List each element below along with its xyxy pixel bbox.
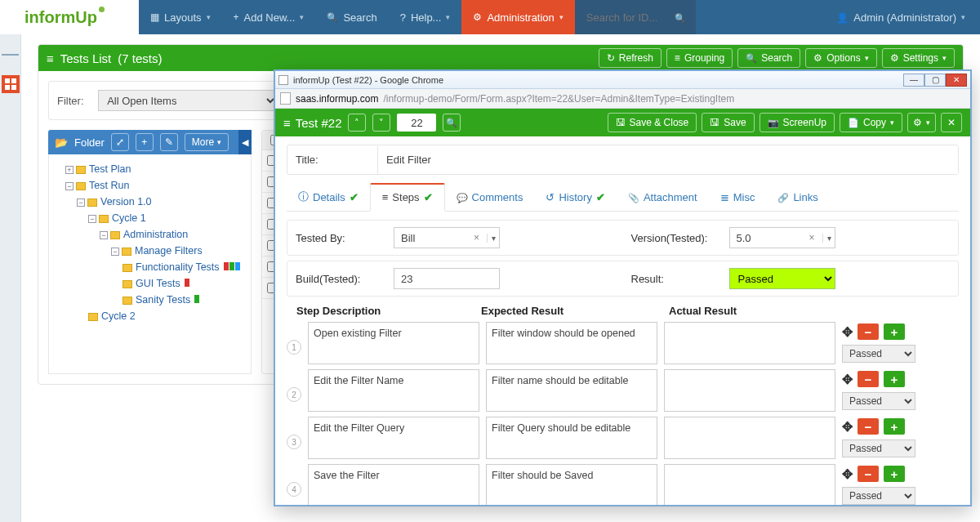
nav-user-menu[interactable]: Admin (Administrator)▾ — [822, 11, 980, 24]
tab-attachment[interactable]: Attachment — [617, 183, 709, 211]
window-close-button[interactable]: ✕ — [946, 74, 967, 87]
move-icon[interactable]: ✥ — [842, 466, 853, 482]
filter-select[interactable]: All Open Items — [98, 90, 278, 111]
tree-node[interactable]: Functionality Tests — [122, 259, 246, 275]
tab-history[interactable]: History✔ — [534, 183, 616, 211]
folder-more-button[interactable]: More▾ — [185, 133, 229, 151]
step-actual-input[interactable] — [664, 417, 835, 459]
folder-collapse-button[interactable]: ◀ — [238, 130, 252, 154]
top-search-input[interactable] — [585, 11, 658, 25]
folder-expand-button[interactable] — [111, 133, 129, 151]
chevron-down-icon[interactable]: ▾ — [822, 234, 831, 243]
url-host: saas.informup.com — [296, 93, 378, 105]
window-minimize-button[interactable]: — — [903, 74, 924, 87]
step-description-input[interactable]: Edit the Filter Name — [308, 369, 479, 412]
copy-button[interactable]: Copy▾ — [840, 113, 902, 132]
tree-node[interactable]: −Test Run −Version 1.0 −Cycle 1 −Adminis… — [65, 177, 246, 324]
result-select[interactable]: Passed — [729, 268, 835, 289]
step-result-select[interactable]: Passed — [842, 345, 915, 363]
item-id-input[interactable] — [397, 114, 436, 132]
go-to-item-button[interactable] — [443, 114, 461, 132]
step-expected-input[interactable]: Filter Query should be editable — [486, 417, 657, 459]
tree-node[interactable]: −Administration −Manage Filters Function… — [100, 226, 246, 308]
item-close-button[interactable] — [941, 113, 962, 132]
step-expected-input[interactable]: Filter should be Saved — [486, 464, 657, 505]
expand-icon[interactable]: + — [65, 166, 74, 174]
nav-help[interactable]: ?Help...▾ — [389, 0, 462, 34]
save-close-button[interactable]: Save & Close — [608, 113, 697, 132]
url-bar[interactable]: saas.informup.com/informup-demo/Form/For… — [275, 89, 970, 109]
nav-add-new[interactable]: Add New...▾ — [222, 0, 316, 34]
tree-node[interactable]: +Test Plan — [65, 161, 246, 177]
remove-step-button[interactable]: − — [858, 371, 879, 387]
tab-misc[interactable]: Misc — [709, 183, 767, 211]
step-description-input[interactable]: Edit the Filter Query — [308, 417, 479, 459]
step-result-select[interactable]: Passed — [842, 439, 915, 457]
collapse-icon[interactable]: − — [77, 199, 85, 207]
nav-administration[interactable]: Administration▾ — [461, 0, 574, 34]
rail-modules-button[interactable] — [2, 75, 20, 93]
settings-button[interactable]: Settings▾ — [882, 48, 955, 68]
folder-add-button[interactable] — [136, 133, 154, 151]
remove-step-button[interactable]: − — [858, 466, 879, 482]
move-icon[interactable]: ✥ — [842, 419, 853, 435]
step-expected-input[interactable]: Filter window should be opened — [486, 322, 657, 364]
save-button[interactable]: Save — [702, 113, 754, 132]
item-settings-button[interactable]: ▾ — [907, 113, 936, 132]
screenup-button[interactable]: ScreenUp — [760, 113, 835, 132]
step-actual-input[interactable] — [664, 464, 835, 505]
collapse-icon[interactable]: − — [111, 248, 119, 256]
refresh-button[interactable]: Refresh — [599, 48, 662, 68]
step-result-select[interactable]: Passed — [842, 392, 915, 410]
tree-node[interactable]: −Manage Filters Functionality Tests GUI … — [111, 243, 246, 308]
move-icon[interactable]: ✥ — [842, 324, 853, 340]
tab-details[interactable]: Details✔ — [287, 183, 370, 211]
remove-step-button[interactable]: − — [858, 418, 879, 435]
remove-step-button[interactable]: − — [858, 323, 879, 340]
search-button[interactable]: Search — [737, 48, 800, 68]
collapse-icon[interactable]: − — [88, 215, 96, 223]
tree-node[interactable]: Sanity Tests — [122, 292, 246, 308]
prev-item-button[interactable]: ˄ — [348, 114, 366, 132]
caret-down-icon: ▾ — [217, 138, 221, 146]
top-search-box[interactable] — [575, 0, 696, 34]
tree-node[interactable]: GUI Tests — [122, 275, 246, 292]
step-description-input[interactable]: Open existing Filter — [308, 322, 479, 364]
add-step-button[interactable]: + — [884, 418, 905, 435]
add-step-button[interactable]: + — [884, 323, 905, 340]
title-input[interactable] — [377, 146, 958, 174]
version-select[interactable]: 5.0×▾ — [729, 227, 835, 248]
add-step-button[interactable]: + — [884, 466, 905, 482]
step-description-input[interactable]: Save the Filter — [308, 464, 479, 505]
tree-node[interactable]: −Cycle 1 −Administration −Manage Filters — [88, 210, 246, 308]
popup-titlebar[interactable]: informUp (Test #22) - Google Chrome — ▢ … — [275, 71, 970, 89]
search-icon[interactable] — [675, 11, 686, 24]
options-button[interactable]: Options▾ — [805, 48, 876, 68]
tree-node[interactable]: Cycle 2 — [88, 308, 246, 324]
move-icon[interactable]: ✥ — [842, 372, 853, 387]
tab-links[interactable]: Links — [766, 183, 829, 211]
next-item-button[interactable]: ˅ — [372, 114, 390, 132]
add-step-button[interactable]: + — [884, 371, 905, 387]
collapse-icon[interactable]: − — [65, 182, 74, 190]
tab-comments[interactable]: Comments — [445, 183, 535, 211]
folder-edit-button[interactable] — [160, 133, 178, 151]
step-expected-input[interactable]: Filter name should be editable — [486, 369, 657, 412]
testedby-select[interactable]: Bill×▾ — [394, 227, 500, 248]
collapse-icon[interactable]: − — [100, 231, 108, 239]
tree-node[interactable]: −Version 1.0 −Cycle 1 −Administration −M… — [77, 194, 246, 324]
step-actual-input[interactable] — [664, 369, 835, 412]
step-actual-input[interactable] — [664, 322, 835, 364]
nav-search[interactable]: Search — [315, 0, 388, 34]
step-result-select[interactable]: Passed — [842, 487, 915, 505]
clear-icon[interactable]: × — [474, 232, 479, 243]
tree-label: Sanity Tests — [136, 294, 190, 306]
nav-layouts[interactable]: Layouts▾ — [139, 0, 222, 34]
window-maximize-button[interactable]: ▢ — [924, 74, 946, 87]
rail-menu-icon[interactable] — [2, 46, 20, 64]
chevron-down-icon[interactable]: ▾ — [487, 234, 496, 243]
tab-steps[interactable]: Steps✔ — [370, 183, 445, 212]
build-input[interactable] — [394, 268, 500, 289]
grouping-button[interactable]: Grouping — [666, 48, 733, 68]
clear-icon[interactable]: × — [808, 232, 814, 243]
